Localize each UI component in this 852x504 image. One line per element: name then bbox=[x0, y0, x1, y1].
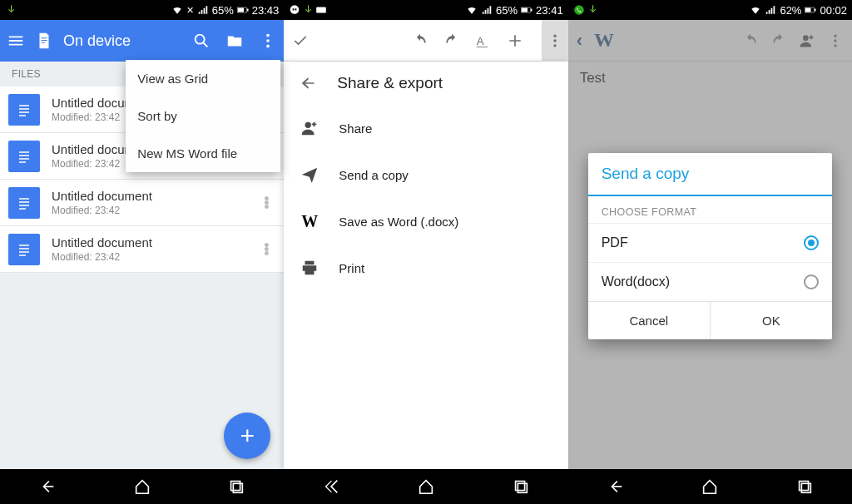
cancel-button[interactable]: Cancel bbox=[588, 302, 710, 339]
back-button[interactable] bbox=[38, 477, 57, 496]
svg-rect-11 bbox=[231, 482, 240, 491]
recent-button[interactable] bbox=[795, 477, 814, 496]
search-icon[interactable] bbox=[192, 32, 211, 50]
battery-text: 65% bbox=[212, 4, 234, 17]
download-icon bbox=[302, 4, 314, 16]
file-overflow-icon[interactable]: ••• bbox=[255, 196, 275, 209]
word-icon: W bbox=[300, 212, 319, 231]
doc-icon bbox=[8, 234, 40, 265]
person-add-icon bbox=[300, 119, 319, 137]
menu-icon[interactable] bbox=[7, 32, 25, 50]
svg-point-6 bbox=[266, 45, 270, 48]
svg-point-13 bbox=[290, 5, 300, 14]
clock: 00:02 bbox=[820, 4, 847, 17]
svg-point-20 bbox=[553, 39, 556, 42]
print-item[interactable]: Print bbox=[289, 245, 567, 291]
svg-rect-33 bbox=[800, 482, 809, 491]
svg-rect-23 bbox=[515, 482, 524, 491]
svg-rect-27 bbox=[805, 8, 811, 12]
svg-point-25 bbox=[574, 5, 584, 15]
status-bar: ✕ 65% 23:43 bbox=[0, 0, 284, 20]
folder-icon[interactable] bbox=[225, 32, 244, 50]
screen-send-copy-dialog: 62% 00:02 ‹ W Test Send a copy CHOOSE FO… bbox=[568, 0, 852, 504]
svg-point-4 bbox=[266, 34, 270, 37]
wifi-icon bbox=[750, 4, 761, 16]
sheet-title: Share & export bbox=[337, 74, 443, 92]
insert-icon[interactable] bbox=[507, 32, 523, 49]
radio-unselected-icon bbox=[804, 274, 819, 289]
recent-button[interactable] bbox=[512, 477, 530, 496]
option-pdf[interactable]: PDF bbox=[588, 223, 832, 262]
signal-icon bbox=[481, 4, 493, 16]
svg-rect-12 bbox=[234, 483, 243, 492]
svg-point-19 bbox=[553, 34, 556, 37]
menu-sort-by[interactable]: Sort by bbox=[126, 97, 280, 135]
svg-rect-16 bbox=[522, 8, 528, 12]
battery-icon bbox=[805, 4, 816, 16]
keyboard-icon bbox=[315, 4, 327, 16]
overflow-icon[interactable] bbox=[259, 32, 277, 50]
svg-rect-28 bbox=[815, 9, 816, 12]
menu-view-as-grid[interactable]: View as Grid bbox=[126, 60, 280, 97]
radio-selected-icon bbox=[804, 235, 819, 250]
home-button[interactable] bbox=[701, 477, 719, 496]
battery-text: 65% bbox=[496, 4, 518, 17]
status-bar: 65% 23:41 bbox=[284, 0, 567, 20]
ok-button[interactable]: OK bbox=[710, 302, 832, 339]
send-icon bbox=[300, 166, 319, 184]
doc-logo-icon bbox=[35, 32, 53, 50]
screen-editor-share: 65% 23:41 A 1Q @A Share & export Share S… bbox=[284, 0, 567, 504]
file-overflow-icon[interactable]: ••• bbox=[255, 243, 275, 255]
nav-bar bbox=[0, 469, 284, 504]
recent-button[interactable] bbox=[227, 477, 245, 496]
menu-new-word-file[interactable]: New MS Word file bbox=[126, 135, 280, 172]
svg-point-21 bbox=[553, 44, 556, 47]
svg-rect-17 bbox=[531, 9, 532, 12]
file-modified: Modified: 23:42 bbox=[52, 251, 255, 263]
file-row[interactable]: Untitled documentModified: 23:42 ••• bbox=[0, 180, 284, 226]
dialog-title: Send a copy bbox=[588, 153, 832, 195]
file-row[interactable]: Untitled documentModified: 23:42 ••• bbox=[0, 226, 284, 273]
back-arrow-icon[interactable] bbox=[300, 75, 317, 91]
signal-icon bbox=[197, 4, 209, 16]
doc-icon bbox=[8, 94, 40, 126]
text-format-icon[interactable]: A bbox=[475, 32, 492, 49]
undo-icon[interactable] bbox=[412, 32, 428, 49]
send-copy-item[interactable]: Send a copy bbox=[289, 151, 567, 198]
svg-rect-2 bbox=[247, 9, 249, 12]
redo-icon[interactable] bbox=[443, 32, 460, 49]
fab-new-button[interactable]: + bbox=[224, 413, 270, 459]
battery-text: 62% bbox=[780, 4, 801, 17]
doc-icon bbox=[8, 141, 40, 172]
share-item[interactable]: Share bbox=[289, 105, 567, 151]
nav-bar bbox=[284, 469, 567, 504]
app-bar: On device bbox=[0, 20, 284, 62]
save-word-item[interactable]: W Save as Word (.docx) bbox=[289, 198, 567, 245]
hangouts-icon bbox=[289, 4, 300, 16]
option-word[interactable]: Word(docx) bbox=[588, 262, 832, 301]
svg-rect-34 bbox=[801, 483, 810, 492]
clock: 23:43 bbox=[252, 4, 280, 17]
home-button[interactable] bbox=[133, 477, 151, 496]
file-name: Untitled document bbox=[52, 189, 255, 203]
svg-text:A: A bbox=[476, 35, 483, 47]
editor-toolbar: A bbox=[284, 20, 567, 62]
svg-rect-24 bbox=[518, 483, 527, 492]
back-button[interactable] bbox=[322, 477, 340, 496]
share-export-sheet: Share & export Share Send a copy W Save … bbox=[284, 62, 567, 469]
overflow-menu: View as Grid Sort by New MS Word file bbox=[126, 60, 280, 172]
print-icon bbox=[300, 259, 319, 277]
wifi-icon bbox=[466, 4, 478, 16]
battery-icon bbox=[237, 4, 249, 16]
svg-point-3 bbox=[196, 35, 205, 44]
battery-icon bbox=[521, 4, 532, 16]
svg-rect-14 bbox=[316, 7, 326, 13]
svg-rect-1 bbox=[238, 8, 244, 12]
download-icon bbox=[587, 4, 598, 16]
send-copy-dialog: Send a copy CHOOSE FORMAT PDF Word(docx)… bbox=[588, 153, 832, 339]
home-button[interactable] bbox=[417, 477, 435, 496]
done-icon[interactable] bbox=[292, 32, 309, 49]
wifi-icon bbox=[171, 4, 183, 16]
back-button[interactable] bbox=[607, 477, 625, 496]
overflow-button[interactable] bbox=[542, 20, 568, 62]
